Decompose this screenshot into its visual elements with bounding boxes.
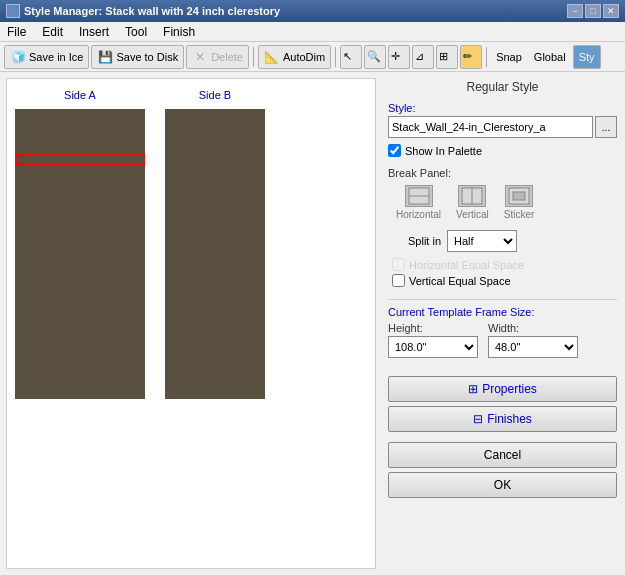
cursor-tool[interactable]: ↖ [340, 45, 362, 69]
style-label: Sty [579, 51, 595, 63]
snap-button[interactable]: Snap [491, 45, 527, 69]
tool6-icon: ✏ [463, 50, 472, 63]
properties-button[interactable]: ⊞ Properties [388, 376, 617, 402]
vertical-equal-checkbox[interactable] [392, 274, 405, 287]
height-col: Height: 108.0" [388, 322, 478, 358]
preview-panel: Side A Side B [6, 78, 376, 569]
horizontal-break-icon[interactable] [405, 185, 433, 207]
height-label: Height: [388, 322, 478, 334]
maximize-button[interactable]: □ [585, 4, 601, 18]
vertical-break-icon[interactable] [458, 185, 486, 207]
break-panel-group: Break Panel: Horizontal [388, 163, 617, 224]
toolbar-sep-3 [486, 47, 487, 67]
bottom-buttons: Cancel OK [388, 442, 617, 498]
move-icon: ✛ [391, 50, 400, 63]
title-bar: Style Manager: Stack wall with 24 inch c… [0, 0, 625, 22]
minimize-button[interactable]: − [567, 4, 583, 18]
equal-space-group: Horizontal Equal Space Vertical Equal Sp… [388, 258, 617, 287]
side-b-rect [165, 109, 265, 399]
template-title: Current Template Frame Size: [388, 306, 617, 318]
properties-icon: ⊞ [468, 382, 478, 396]
cancel-button[interactable]: Cancel [388, 442, 617, 468]
dimension-row: Height: 108.0" Width: 48.0" [388, 322, 617, 358]
global-button[interactable]: Global [529, 45, 571, 69]
red-stripe [15, 154, 145, 166]
style-button[interactable]: Sty [573, 45, 601, 69]
sticker-label: Sticker [504, 209, 535, 220]
show-in-palette-checkbox[interactable] [388, 144, 401, 157]
delete-button[interactable]: ✕ Delete [186, 45, 249, 69]
right-panel: Regular Style Style: ... Show In Palette… [380, 72, 625, 575]
width-label: Width: [488, 322, 578, 334]
save-in-ice-button[interactable]: 🧊 Save in Ice [4, 45, 89, 69]
break-horizontal-item: Horizontal [396, 185, 441, 220]
side-a-rect [15, 109, 145, 399]
autodim-icon: 📐 [264, 49, 280, 65]
autodim-label: AutoDim [283, 51, 325, 63]
save-to-disk-button[interactable]: 💾 Save to Disk [91, 45, 184, 69]
menu-edit[interactable]: Edit [39, 24, 66, 40]
finishes-label: Finishes [487, 412, 532, 426]
tool5[interactable]: ⊞ [436, 45, 458, 69]
height-select[interactable]: 108.0" [388, 336, 478, 358]
tool4-icon: ⊿ [415, 50, 424, 63]
move-tool[interactable]: ✛ [388, 45, 410, 69]
vertical-equal-row: Vertical Equal Space [392, 274, 617, 287]
horizontal-equal-row: Horizontal Equal Space [392, 258, 617, 271]
style-input[interactable] [388, 116, 593, 138]
show-in-palette-row: Show In Palette [388, 144, 617, 157]
tool6[interactable]: ✏ [460, 45, 482, 69]
tool4[interactable]: ⊿ [412, 45, 434, 69]
style-field-group: Style: ... [388, 102, 617, 138]
side-a-view: Side A [15, 89, 145, 399]
save-disk-label: Save to Disk [116, 51, 178, 63]
horizontal-label: Horizontal [396, 209, 441, 220]
properties-label: Properties [482, 382, 537, 396]
toolbar-sep-2 [335, 47, 336, 67]
save-ice-label: Save in Ice [29, 51, 83, 63]
title-bar-controls: − □ ✕ [567, 4, 619, 18]
horizontal-equal-checkbox[interactable] [392, 258, 405, 271]
style-input-row: ... [388, 116, 617, 138]
style-label: Style: [388, 102, 617, 114]
sticker-break-icon[interactable] [505, 185, 533, 207]
svg-rect-5 [513, 192, 525, 200]
finishes-icon: ⊟ [473, 412, 483, 426]
width-select[interactable]: 48.0" [488, 336, 578, 358]
menu-file[interactable]: File [4, 24, 29, 40]
side-b-label: Side B [199, 89, 231, 101]
split-row: Split in Half Third Quarter [388, 230, 617, 252]
menu-tool[interactable]: Tool [122, 24, 150, 40]
break-panel-icons: Horizontal Vertical [388, 181, 617, 224]
action-buttons: ⊞ Properties ⊟ Finishes [388, 376, 617, 432]
dots-button[interactable]: ... [595, 116, 617, 138]
width-col: Width: 48.0" [488, 322, 578, 358]
split-in-label: Split in [408, 235, 441, 247]
cursor-icon: ↖ [343, 50, 352, 63]
toolbar-sep-1 [253, 47, 254, 67]
toolbar: 🧊 Save in Ice 💾 Save to Disk ✕ Delete 📐 … [0, 42, 625, 72]
window-title: Style Manager: Stack wall with 24 inch c… [24, 5, 280, 17]
menu-insert[interactable]: Insert [76, 24, 112, 40]
save-disk-icon: 💾 [97, 49, 113, 65]
horizontal-equal-label: Horizontal Equal Space [409, 259, 524, 271]
close-button[interactable]: ✕ [603, 4, 619, 18]
search-tool[interactable]: 🔍 [364, 45, 386, 69]
autodim-button[interactable]: 📐 AutoDim [258, 45, 331, 69]
break-panel-label: Break Panel: [388, 167, 617, 179]
ok-button[interactable]: OK [388, 472, 617, 498]
app-icon [6, 4, 20, 18]
main-content: Side A Side B Regular Style Style: ... S… [0, 72, 625, 575]
title-bar-left: Style Manager: Stack wall with 24 inch c… [6, 4, 280, 18]
break-vertical-item: Vertical [456, 185, 489, 220]
vertical-equal-label: Vertical Equal Space [409, 275, 511, 287]
template-section: Current Template Frame Size: Height: 108… [388, 299, 617, 362]
finishes-button[interactable]: ⊟ Finishes [388, 406, 617, 432]
menu-bar: File Edit Insert Tool Finish [0, 22, 625, 42]
side-a-label: Side A [64, 89, 96, 101]
tool5-icon: ⊞ [439, 50, 448, 63]
split-select[interactable]: Half Third Quarter [447, 230, 517, 252]
side-b-view: Side B [165, 89, 265, 399]
menu-finish[interactable]: Finish [160, 24, 198, 40]
section-title: Regular Style [388, 80, 617, 94]
